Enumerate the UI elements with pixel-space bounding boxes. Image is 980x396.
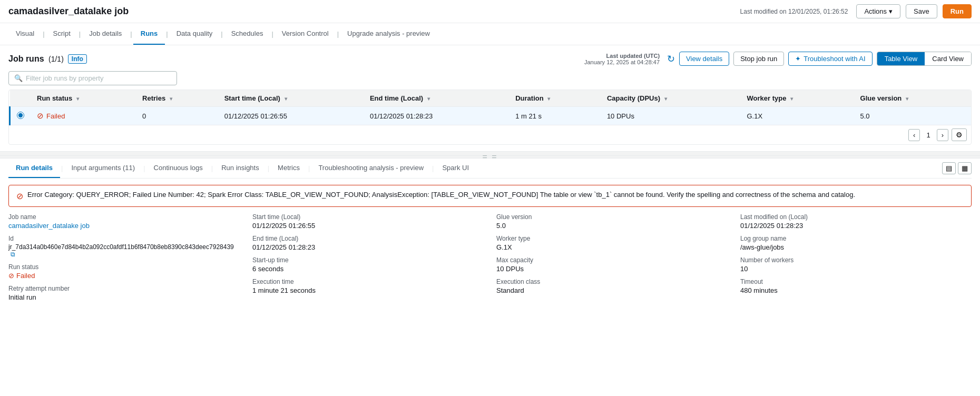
view-details-button[interactable]: View details: [679, 52, 729, 66]
detail-group-col2: Start time (Local) 01/12/2025 01:26:55 E…: [252, 213, 484, 301]
detail-end-time: End time (Local) 01/12/2025 01:28:23: [252, 235, 484, 251]
page-number: 1: [923, 130, 933, 141]
tab-data-quality[interactable]: Data quality: [169, 23, 220, 45]
sort-icon-glue-version: ▾: [906, 96, 908, 102]
detail-log-group: Log group name /aws-glue/jobs: [740, 235, 972, 251]
nav-tabs: Visual | Script | Job details | Runs | D…: [0, 23, 980, 45]
detail-group-col4: Last modified on (Local) 01/12/2025 01:2…: [740, 213, 972, 301]
table-row[interactable]: ⊘ Failed 0 01/12/2025 01:26:55 01/12/202…: [10, 107, 972, 125]
end-time-cell: 01/12/2025 01:28:23: [364, 107, 509, 125]
tab-visual[interactable]: Visual: [8, 23, 42, 45]
detail-execution-time: Execution time 1 minute 21 seconds: [252, 278, 484, 294]
bottom-section: Run details | Input arguments (11) | Con…: [0, 159, 980, 310]
detail-retry-attempt: Retry attempt number Initial run: [8, 285, 240, 301]
detail-group-col3: Glue version 5.0 Worker type G.1X Max ca…: [496, 213, 728, 301]
search-icon: 🔍: [14, 74, 23, 82]
tab-schedules[interactable]: Schedules: [224, 23, 271, 45]
tab-continuous-logs[interactable]: Continuous logs: [146, 159, 210, 178]
prev-page-button[interactable]: ‹: [908, 129, 920, 141]
detail-job-name: Job name camadasilver_datalake job: [8, 213, 240, 230]
actions-label: Actions: [864, 7, 887, 15]
capacity-cell: 10 DPUs: [601, 107, 741, 125]
error-banner-icon: ⊘: [16, 191, 23, 201]
col-end-time[interactable]: End time (Local) ▾: [364, 90, 509, 107]
table-view-button[interactable]: Table View: [877, 52, 925, 65]
tab-input-arguments[interactable]: Input arguments (11): [64, 159, 142, 178]
info-badge[interactable]: Info: [68, 54, 87, 64]
detail-run-status: Run status ⊘ Failed: [8, 263, 240, 280]
job-runs-heading: Job runs (1/1): [8, 54, 64, 64]
tab-metrics[interactable]: Metrics: [270, 159, 307, 178]
run-button[interactable]: Run: [943, 4, 972, 18]
glue-version-cell: 5.0: [854, 107, 971, 125]
sort-icon-capacity: ▾: [664, 96, 667, 102]
next-page-button[interactable]: ›: [937, 129, 948, 141]
detail-worker-type: Worker type G.1X: [496, 235, 728, 251]
job-runs-table: Run status ▾ Retries ▾ Start time (Local…: [9, 90, 971, 125]
status-failed-badge: ⊘ Failed: [37, 111, 65, 121]
bottom-tab-actions: ▤ ▦: [942, 162, 972, 174]
sort-icon-run-status: ▾: [76, 96, 79, 102]
col-glue-version[interactable]: Glue version ▾: [854, 90, 971, 107]
row-radio[interactable]: [17, 112, 24, 119]
table-footer: ‹ 1 › ⚙: [9, 125, 971, 144]
tab-run-insights[interactable]: Run insights: [214, 159, 267, 178]
retries-cell: 0: [136, 107, 218, 125]
table-settings-button[interactable]: ⚙: [952, 128, 967, 141]
duration-cell: 1 m 21 s: [509, 107, 601, 125]
actions-button[interactable]: Actions ▾: [856, 4, 900, 18]
tab-runs[interactable]: Runs: [133, 23, 165, 45]
row-select-cell[interactable]: [10, 107, 31, 125]
col-duration[interactable]: Duration ▾: [509, 90, 601, 107]
sort-icon-duration: ▾: [547, 96, 550, 102]
error-banner: ⊘ Error Category: QUERY_ERROR; Failed Li…: [8, 185, 972, 207]
job-runs-header: Job runs (1/1) Info Last updated (UTC) J…: [8, 52, 972, 66]
filter-input[interactable]: [26, 74, 171, 82]
col-worker-type[interactable]: Worker type ▾: [740, 90, 854, 107]
troubleshoot-button[interactable]: ✦ Troubleshoot with AI: [788, 52, 872, 66]
filter-bar: 🔍: [8, 71, 177, 85]
split-view-button[interactable]: ▤: [942, 162, 956, 174]
error-message-text: Error Category: QUERY_ERROR; Failed Line…: [27, 191, 855, 199]
run-details-grid: Job name camadasilver_datalake job Id jr…: [8, 213, 972, 301]
stop-job-run-button[interactable]: Stop job run: [733, 52, 784, 66]
full-view-button[interactable]: ▦: [958, 162, 972, 174]
id-value: jr_7da314a0b460e7d84b4b2a092cc0afdf11b6f…: [8, 243, 240, 258]
failed-status-icon: ⊘: [8, 272, 14, 280]
card-view-button[interactable]: Card View: [925, 52, 971, 65]
job-runs-table-container: Run status ▾ Retries ▾ Start time (Local…: [8, 90, 972, 145]
table-header-row: Run status ▾ Retries ▾ Start time (Local…: [10, 90, 972, 107]
top-bar: camadasilver_datalake job Last modified …: [0, 0, 980, 23]
detail-max-capacity: Max capacity 10 DPUs: [496, 256, 728, 273]
sort-icon-retries: ▾: [170, 96, 172, 102]
run-status-value: ⊘ Failed: [8, 272, 240, 280]
col-run-status[interactable]: Run status ▾: [31, 90, 136, 107]
copy-id-icon[interactable]: ⧉: [11, 251, 15, 258]
col-capacity[interactable]: Capacity (DPUs) ▾: [601, 90, 741, 107]
detail-start-time: Start time (Local) 01/12/2025 01:26:55: [252, 213, 484, 230]
tab-run-details[interactable]: Run details: [8, 159, 60, 178]
top-bar-right: Last modified on 12/01/2025, 01:26:52 Ac…: [740, 4, 972, 18]
tab-troubleshooting-analysis[interactable]: Troubleshooting analysis - preview: [311, 159, 431, 178]
save-button[interactable]: Save: [906, 4, 937, 18]
tab-version-control[interactable]: Version Control: [275, 23, 336, 45]
sort-icon-worker-type: ▾: [790, 96, 793, 102]
job-runs-title-group: Job runs (1/1) Info: [8, 54, 87, 64]
refresh-button[interactable]: ↻: [667, 53, 675, 65]
col-start-time[interactable]: Start time (Local) ▾: [218, 90, 364, 107]
main-content: Job runs (1/1) Info Last updated (UTC) J…: [0, 45, 980, 151]
job-name-link[interactable]: camadasilver_datalake job: [8, 222, 240, 230]
detail-number-workers: Number of workers 10: [740, 256, 972, 273]
tab-job-details[interactable]: Job details: [82, 23, 129, 45]
detail-execution-class: Execution class Standard: [496, 278, 728, 294]
job-runs-actions: Last updated (UTC) January 12, 2025 at 0…: [584, 52, 972, 66]
start-time-cell: 01/12/2025 01:26:55: [218, 107, 364, 125]
tab-spark-ui[interactable]: Spark UI: [435, 159, 476, 178]
ai-icon: ✦: [795, 55, 801, 63]
tab-script[interactable]: Script: [46, 23, 78, 45]
failed-icon: ⊘: [37, 111, 44, 121]
col-retries[interactable]: Retries ▾: [136, 90, 218, 107]
tab-upgrade-analysis[interactable]: Upgrade analysis - preview: [340, 23, 437, 45]
col-select: [10, 90, 31, 107]
last-modified-text: Last modified on 12/01/2025, 01:26:52: [740, 8, 848, 15]
